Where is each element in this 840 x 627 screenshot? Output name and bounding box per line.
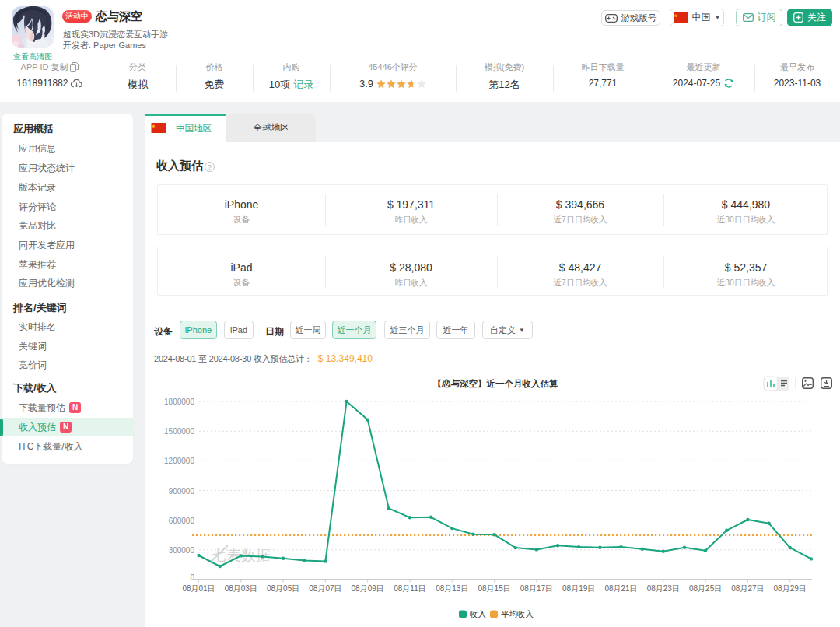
svg-text:1500000: 1500000 (164, 427, 194, 436)
svg-text:08月15日: 08月15日 (478, 584, 510, 593)
svg-text:收入: 收入 (470, 609, 487, 618)
svg-text:08月11日: 08月11日 (394, 584, 426, 593)
svg-text:08月21日: 08月21日 (604, 584, 637, 593)
svg-text:1200000: 1200000 (164, 457, 194, 465)
svg-text:900000: 900000 (169, 487, 195, 496)
svg-text:08月19日: 08月19日 (562, 584, 595, 593)
svg-text:08月03日: 08月03日 (225, 584, 257, 593)
svg-text:08月23日: 08月23日 (647, 584, 680, 593)
svg-text:08月17日: 08月17日 (520, 584, 553, 593)
svg-text:08月29日: 08月29日 (774, 584, 807, 593)
svg-text:1800000: 1800000 (164, 398, 194, 406)
svg-text:08月09日: 08月09日 (352, 584, 384, 593)
svg-text:08月25日: 08月25日 (689, 584, 722, 593)
svg-text:08月07日: 08月07日 (309, 584, 341, 593)
svg-text:0: 0 (190, 573, 194, 582)
svg-text:600000: 600000 (169, 517, 195, 525)
svg-text:【恋与深空】近一个月收入估算: 【恋与深空】近一个月收入估算 (433, 378, 559, 389)
svg-text:平均收入: 平均收入 (501, 609, 534, 618)
svg-text:300000: 300000 (169, 546, 195, 555)
svg-text:08月27日: 08月27日 (731, 584, 764, 593)
svg-text:08月05日: 08月05日 (267, 584, 299, 593)
svg-text:08月01日: 08月01日 (182, 584, 215, 593)
svg-text:08月13日: 08月13日 (436, 584, 468, 593)
